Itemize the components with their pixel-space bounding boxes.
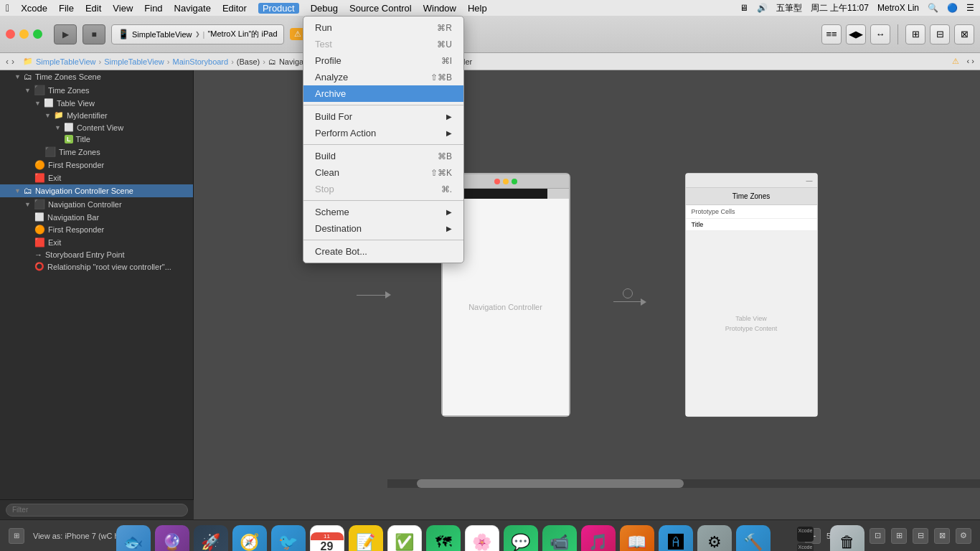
menu-item-run[interactable]: Run ⌘R [303, 19, 463, 36]
fullscreen-button[interactable] [33, 29, 42, 39]
menu-item-create-bot[interactable]: Create Bot... [303, 243, 463, 260]
sidebar-item-first-responder-1[interactable]: 🟠 First Responder [0, 159, 193, 171]
sidebar-item-time-zones-scene[interactable]: ▼ 🗂 Time Zones Scene [0, 70, 193, 83]
breadcrumb-warning-icon[interactable]: ⚠ [952, 57, 959, 65]
dock-item-siri[interactable]: 🔮 [155, 525, 189, 551]
menubar-help[interactable]: Help [468, 3, 487, 14]
sidebar-item-table-view[interactable]: ▼ ⬜ Table View [0, 97, 193, 109]
dock-item-facetime[interactable]: 📹 [542, 525, 577, 551]
sidebar-item-relationship[interactable]: ⭕ Relationship "root view controller"... [0, 260, 193, 273]
sidebar-item-content-view[interactable]: ▼ ⬜ Content View [0, 121, 193, 133]
horizontal-scrollbar-thumb[interactable] [417, 479, 684, 488]
fit-button[interactable]: ⊡ [870, 528, 885, 544]
dock-item-itunes[interactable]: 🎵 [581, 525, 616, 551]
dock-item-xcode-preview[interactable]: Xcode Xcode [786, 527, 826, 551]
menubar-editor[interactable]: Editor [222, 3, 247, 14]
sidebar-item-exit-1[interactable]: 🟥 Exit [0, 171, 193, 184]
dock-item-sysprefs[interactable]: ⚙ [697, 525, 732, 551]
sidebar-item-exit-2[interactable]: 🟥 Exit [0, 236, 193, 249]
menubar-xcode[interactable]: Xcode [21, 3, 47, 14]
table-view-frame[interactable]: — Time Zones Prototype Cells Title Table… [685, 173, 818, 417]
breadcrumb-simpletableview[interactable]: SimpleTableView [36, 57, 96, 66]
menubar-source-control[interactable]: Source Control [349, 3, 412, 14]
breadcrumb-base[interactable]: (Base) [237, 57, 260, 66]
sidebar-item-nav-controller[interactable]: ▼ ⬛ Navigation Controller [0, 197, 193, 211]
menu-item-analyze[interactable]: Analyze ⇧⌘B [303, 69, 463, 85]
filter-input[interactable] [6, 504, 188, 517]
editor-standard-button[interactable]: ≡≡ [821, 24, 842, 44]
menu-sep-2 [303, 144, 463, 145]
breadcrumb-simpletableview-folder[interactable]: 📁 [23, 57, 33, 66]
grid-button-2[interactable]: ⊟ [913, 528, 928, 544]
dock-item-photos[interactable]: 🌸 [465, 525, 499, 551]
panel-toggle-button[interactable]: ⊞ [9, 528, 24, 544]
dock-item-tweetbot[interactable]: 🐦 [271, 525, 306, 551]
breadcrumb-simpletableview-2[interactable]: SimpleTableView [104, 57, 164, 66]
notification-icon[interactable]: ☰ [966, 3, 974, 13]
minimize-button[interactable] [19, 29, 29, 39]
dock-item-messages[interactable]: 💬 [504, 525, 538, 551]
horizontal-scrollbar-track[interactable] [387, 479, 980, 488]
dock-item-calendar[interactable]: 11 29 [310, 525, 344, 551]
debug-toggle[interactable]: ⊟ [930, 24, 950, 44]
breadcrumb-right-back[interactable]: ‹ [967, 57, 970, 65]
grid-button-3[interactable]: ⊠ [934, 528, 950, 544]
sidebar-item-nav-bar[interactable]: ⬜ Navigation Bar [0, 211, 193, 223]
settings-button[interactable]: ⚙ [956, 528, 971, 544]
menu-item-scheme[interactable]: Scheme ▶ [303, 204, 463, 220]
breadcrumb-back[interactable]: ‹ [6, 57, 9, 67]
dot-green [512, 179, 517, 184]
menubar-view[interactable]: View [113, 3, 133, 14]
sidebar-item-time-zones[interactable]: ▼ ⬛ Time Zones [0, 83, 193, 97]
dock-item-finder[interactable]: 🐟 [116, 525, 151, 551]
dock-item-xcode[interactable]: 🔨 [736, 525, 771, 551]
dock-item-ibooks[interactable]: 📖 [620, 525, 654, 551]
sidebar-item-title[interactable]: L Title [0, 133, 193, 145]
sidebar-item-storyboard-entry[interactable]: → Storyboard Entry Point [0, 249, 193, 260]
editor-version-button[interactable]: ↔ [870, 24, 890, 44]
scheme-arrow: ▶ [446, 208, 452, 216]
navigator-toggle[interactable]: ⊞ [905, 24, 925, 44]
menu-item-build-for[interactable]: Build For ▶ [303, 108, 463, 125]
breadcrumb-forward[interactable]: › [11, 57, 14, 67]
menu-item-destination[interactable]: Destination ▶ [303, 220, 463, 237]
dock-item-safari[interactable]: 🧭 [232, 525, 267, 551]
sidebar-item-nav-scene[interactable]: ▼ 🗂 Navigation Controller Scene [0, 184, 193, 197]
dock-item-notes[interactable]: 📝 [349, 525, 383, 551]
editor-assistant-button[interactable]: ◀▶ [846, 24, 866, 44]
stop-button[interactable]: ■ [83, 24, 105, 44]
sidebar-item-myidentifier[interactable]: ▼ 📁 MyIdentifier [0, 109, 193, 121]
dock-item-maps[interactable]: 🗺 [426, 525, 461, 551]
menubar-product[interactable]: Product [258, 3, 299, 14]
menu-item-perform-action[interactable]: Perform Action ▶ [303, 125, 463, 141]
grid-button-1[interactable]: ⊞ [891, 528, 907, 544]
utilities-toggle[interactable]: ⊠ [954, 24, 974, 44]
menu-item-build[interactable]: Build ⌘B [303, 148, 463, 164]
dock-item-trash[interactable]: 🗑 [830, 525, 864, 551]
menu-item-profile[interactable]: Profile ⌘I [303, 52, 463, 69]
search-icon[interactable]: 🔍 [928, 3, 938, 13]
menubar-navigate[interactable]: Navigate [174, 3, 211, 14]
menubar-edit[interactable]: Edit [85, 3, 101, 14]
scheme-selector[interactable]: 📱 SimpleTableView ❯ | "MetroX Lin"的 iPad [111, 24, 284, 44]
menubar-window[interactable]: Window [423, 3, 456, 14]
menubar-debug[interactable]: Debug [311, 3, 338, 14]
menu-item-clean[interactable]: Clean ⇧⌘K [303, 164, 463, 181]
input-method[interactable]: 五筆型 [776, 2, 802, 14]
exit-2-icon: 🟥 [34, 237, 45, 248]
sidebar-item-first-responder-2[interactable]: 🟠 First Responder [0, 223, 193, 236]
menubar-file[interactable]: File [59, 3, 74, 14]
dot-yellow [503, 179, 509, 184]
menubar-find[interactable]: Find [144, 3, 162, 14]
breadcrumb-right-forward[interactable]: › [971, 57, 974, 65]
dock-item-reminders[interactable]: ✅ [387, 525, 422, 551]
run-button[interactable]: ▶ [54, 24, 77, 44]
breadcrumb-mainstoryboard[interactable]: MainStoryboard [173, 57, 229, 66]
siri-icon[interactable]: 🔵 [947, 3, 958, 13]
close-button[interactable] [6, 29, 15, 39]
dock-item-appstore[interactable]: 🅰 [659, 525, 693, 551]
menu-item-archive[interactable]: Archive [303, 85, 463, 102]
dock-item-launchpad[interactable]: 🚀 [194, 525, 228, 551]
sidebar-item-time-zones-label[interactable]: ⬛ Time Zones [0, 145, 193, 159]
apple-menu[interactable]:  [6, 2, 9, 14]
